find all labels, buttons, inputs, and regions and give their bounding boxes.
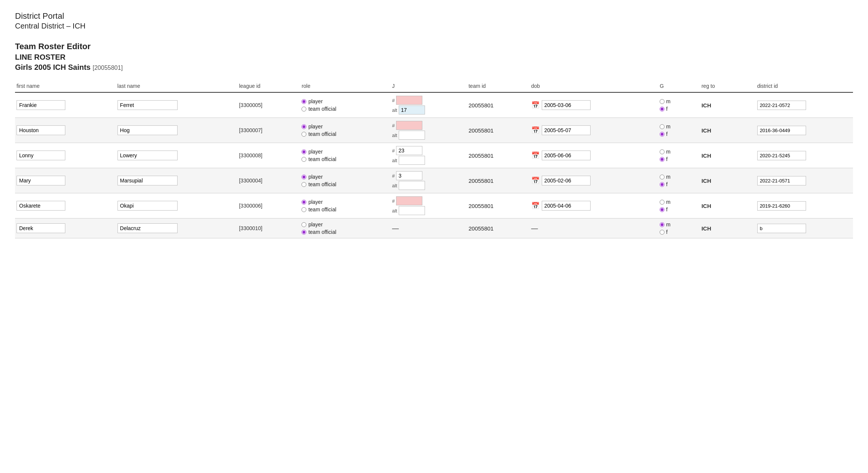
role-team-official-option[interactable]: team official [301,181,389,187]
role-player-option[interactable]: player [301,221,389,227]
reg-to-cell: ICH [700,218,755,238]
gender-cell: mf [658,143,700,168]
district-id-input[interactable] [757,101,806,110]
district-id-cell [756,193,853,218]
gender-cell: mf [658,218,700,238]
last-name-input[interactable] [118,125,178,135]
reg-to-cell: ICH [700,92,755,118]
team-id-cell: 20055801 [467,168,530,193]
league-id-cell: [3300007] [238,118,300,143]
district-id-input[interactable] [757,151,806,160]
first-name-input[interactable] [17,223,65,233]
first-name-input[interactable] [17,125,65,135]
dob-cell: 📅 [530,118,659,143]
district-id-cell [756,118,853,143]
j-num-input[interactable] [396,96,422,105]
gender-f-option[interactable]: f [660,156,698,162]
dob-cell: — [530,218,659,238]
first-name-input[interactable] [17,176,65,185]
team-name: Girls 2005 ICH Saints [20055801] [15,63,853,72]
gender-f-option[interactable]: f [660,181,698,187]
table-row: [3300006]playerteam official#alt20055801… [15,193,853,218]
j-alt-input[interactable] [399,181,425,190]
calendar-icon[interactable]: 📅 [531,126,539,134]
district-id-input[interactable] [757,224,806,233]
gender-f-option[interactable]: f [660,206,698,212]
role-player-option[interactable]: player [301,149,389,155]
col-header-role: role [300,81,390,92]
j-alt-input[interactable] [399,156,425,165]
j-alt-input[interactable] [399,105,425,114]
reg-to-cell: ICH [700,143,755,168]
dob-cell: 📅 [530,193,659,218]
j-num-input[interactable] [396,196,422,205]
j-alt-input[interactable] [399,131,425,140]
district-id-input[interactable] [757,176,806,185]
role-team-official-option[interactable]: team official [301,156,389,162]
role-player-option[interactable]: player [301,124,389,130]
table-row: [3300008]playerteam official#alt20055801… [15,143,853,168]
first-name-input[interactable] [17,100,65,110]
district-id-cell [756,218,853,238]
gender-m-option[interactable]: m [660,98,698,104]
last-name-input[interactable] [118,223,178,233]
dob-input[interactable] [542,176,591,185]
col-header-league-id: league id [238,81,300,92]
role-team-official-option[interactable]: team official [301,206,389,212]
table-header-row: first name last name league id role J te… [15,81,853,92]
gender-f-option[interactable]: f [660,106,698,112]
calendar-icon[interactable]: 📅 [531,151,539,160]
dob-cell: 📅 [530,168,659,193]
role-team-official-option[interactable]: team official [301,131,389,137]
first-name-input[interactable] [17,201,65,211]
dob-input[interactable] [542,100,591,110]
j-dash: — [392,224,399,232]
district-id-input[interactable] [757,201,806,211]
district-id-cell [756,168,853,193]
j-num-input[interactable] [396,121,422,130]
dob-input[interactable] [542,151,591,160]
j-num-input[interactable] [396,171,422,180]
j-cell: #alt [390,168,467,193]
col-header-dob: dob [530,81,659,92]
j-cell: #alt [390,92,467,118]
dob-cell: 📅 [530,143,659,168]
gender-m-option[interactable]: m [660,174,698,180]
gender-f-option[interactable]: f [660,131,698,137]
j-cell: #alt [390,143,467,168]
gender-m-option[interactable]: m [660,221,698,227]
team-id-cell: 20055801 [467,92,530,118]
table-row: [3300005]playerteam official#alt20055801… [15,92,853,118]
role-player-option[interactable]: player [301,199,389,205]
calendar-icon[interactable]: 📅 [531,101,539,109]
table-row: [3300004]playerteam official#alt20055801… [15,168,853,193]
dob-input[interactable] [542,125,591,135]
first-name-input[interactable] [17,151,65,160]
role-player-option[interactable]: player [301,174,389,180]
calendar-icon[interactable]: 📅 [531,176,539,185]
gender-m-option[interactable]: m [660,149,698,155]
j-cell: #alt [390,118,467,143]
role-cell: playerteam official [300,92,390,118]
role-team-official-option[interactable]: team official [301,106,389,112]
team-id-cell: 20055801 [467,193,530,218]
roster-type: LINE ROSTER [15,53,853,62]
j-num-input[interactable] [396,146,422,155]
j-alt-input[interactable] [399,206,425,215]
calendar-icon[interactable]: 📅 [531,202,539,210]
role-team-official-option[interactable]: team official [301,229,389,235]
gender-m-option[interactable]: m [660,199,698,205]
reg-to-cell: ICH [700,168,755,193]
roster-table: first name last name league id role J te… [15,81,853,238]
role-player-option[interactable]: player [301,98,389,104]
last-name-input[interactable] [118,176,178,185]
last-name-input[interactable] [118,100,178,110]
gender-m-option[interactable]: m [660,124,698,130]
team-id-cell: 20055801 [467,218,530,238]
district-id-input[interactable] [757,126,806,135]
gender-f-option[interactable]: f [660,229,698,235]
role-cell: playerteam official [300,168,390,193]
dob-input[interactable] [542,201,591,211]
last-name-input[interactable] [118,201,178,211]
last-name-input[interactable] [118,151,178,160]
